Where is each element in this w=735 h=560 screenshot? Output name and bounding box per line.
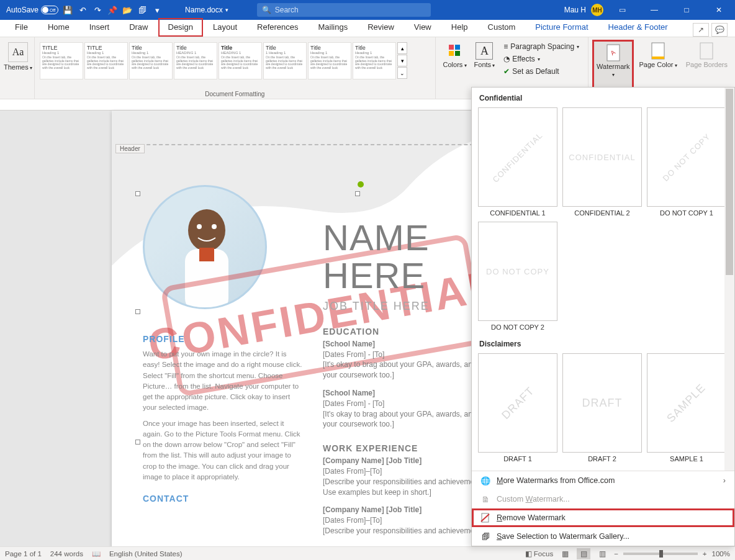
page-borders-icon: [698, 42, 715, 60]
watermark-thumbnail[interactable]: CONFIDENTIALCONFIDENTIAL 1: [478, 107, 557, 217]
open-icon[interactable]: 📂: [122, 4, 133, 16]
effects-button[interactable]: ◔Effects▾: [501, 53, 582, 65]
theme-gallery[interactable]: TITLEHeading 1On the Insert tab, the gal…: [38, 40, 431, 82]
copy-icon[interactable]: 🗐: [137, 4, 148, 16]
watermark-icon: A: [605, 44, 622, 61]
user-name: Mau H: [564, 6, 586, 14]
document-title[interactable]: Name.docx▾: [185, 6, 228, 14]
watermark-thumbnail[interactable]: CONFIDENTIALCONFIDENTIAL 2: [562, 107, 642, 217]
theme-thumb[interactable]: TITLEHeading 1On the Insert tab, the gal…: [84, 42, 128, 79]
tab-design[interactable]: Design: [158, 18, 203, 37]
theme-thumb[interactable]: Title1 Heading 1On the Insert tab, the g…: [263, 42, 307, 79]
theme-thumb[interactable]: TitleHEADING 1On the Insert tab, the gal…: [219, 42, 262, 79]
profile-paragraph[interactable]: Want to put your own image in the circle…: [143, 349, 304, 413]
svg-rect-8: [700, 43, 713, 59]
maximize-icon[interactable]: □: [673, 0, 700, 20]
theme-thumb[interactable]: TITLEHeading 1On the Insert tab, the gal…: [40, 42, 83, 79]
watermark-button[interactable]: A Watermark▾: [592, 40, 634, 89]
svg-rect-2: [449, 51, 454, 56]
autosave-toggle[interactable]: AutoSave Off: [6, 6, 58, 14]
paragraph-spacing-button[interactable]: ≡Paragraph Spacing▾: [501, 41, 582, 52]
language-indicator[interactable]: English (United States): [109, 550, 183, 558]
gallery-down-icon[interactable]: ▾: [397, 55, 407, 66]
share-icon[interactable]: ↗: [693, 23, 709, 37]
search-input[interactable]: 🔍 Search: [257, 3, 431, 17]
fonts-icon: A: [476, 42, 493, 60]
watermark-thumbnail[interactable]: DO NOT COPYDO NOT COPY 2: [478, 222, 557, 331]
watermark-thumbnail[interactable]: DRAFTDRAFT 2: [562, 353, 642, 463]
watermark-thumbnail[interactable]: DRAFTDRAFT 1: [478, 353, 557, 463]
spellcheck-icon[interactable]: 📖: [92, 549, 101, 558]
search-icon: 🔍: [262, 6, 271, 14]
rotate-handle-icon[interactable]: [358, 181, 364, 187]
themes-button[interactable]: Aa Themes ▾: [4, 42, 32, 71]
tab-custom[interactable]: Custom: [478, 18, 526, 37]
tab-file[interactable]: File: [5, 18, 38, 37]
theme-thumb[interactable]: TitleHEADING 1On the Insert tab, the gal…: [174, 42, 217, 79]
scrollbar[interactable]: [724, 88, 734, 471]
zoom-in-button[interactable]: +: [703, 550, 707, 558]
profile-heading[interactable]: PROFILE: [143, 334, 304, 344]
tab-home[interactable]: Home: [38, 18, 79, 37]
zoom-out-button[interactable]: −: [614, 550, 618, 558]
watermark-thumbnail[interactable]: SAMPLESAMPLE 1: [647, 353, 726, 463]
svg-rect-11: [199, 248, 214, 261]
watermark-thumbnail[interactable]: DO NOT COPYDO NOT COPY 1: [647, 107, 726, 217]
remove-watermark-menuitem[interactable]: Remove Watermark: [472, 508, 734, 527]
ribbon-display-icon[interactable]: ▭: [608, 0, 636, 20]
tab-picture-format[interactable]: Picture Format: [525, 18, 598, 37]
web-layout-icon[interactable]: ▥: [595, 548, 609, 559]
tab-layout[interactable]: Layout: [203, 18, 247, 37]
more-watermarks-menuitem[interactable]: 🌐 More Watermarks from Office.com ›: [472, 471, 734, 490]
tab-insert[interactable]: Insert: [79, 18, 120, 37]
contact-heading[interactable]: CONTACT: [143, 494, 304, 504]
watermark-thumb-label: CONFIDENTIAL 1: [478, 209, 557, 217]
avatar[interactable]: MH: [591, 4, 603, 16]
svg-point-12: [197, 224, 202, 229]
page-borders-button[interactable]: Page Borders: [682, 40, 731, 89]
print-layout-icon[interactable]: ▤: [577, 548, 590, 559]
redo-icon[interactable]: ↷: [92, 4, 103, 16]
gallery-up-icon[interactable]: ▴: [397, 42, 407, 54]
zoom-level[interactable]: 100%: [712, 550, 730, 558]
word-count[interactable]: 244 words: [50, 550, 83, 558]
read-mode-icon[interactable]: ▦: [558, 548, 572, 559]
focus-mode-button[interactable]: ◧ Focus: [525, 549, 554, 558]
tab-references[interactable]: References: [247, 18, 308, 37]
profile-photo[interactable]: [143, 185, 267, 309]
theme-thumb[interactable]: TitleHeading 1On the Insert tab, the gal…: [308, 42, 351, 79]
title-bar: AutoSave Off 💾 ↶ ↷ 📌 📂 🗐 ▾ Name.docx▾ 🔍 …: [0, 0, 735, 20]
tab-review[interactable]: Review: [358, 18, 404, 37]
tab-draw[interactable]: Draw: [119, 18, 158, 37]
watermark-thumb-label: DO NOT COPY 1: [647, 209, 726, 217]
profile-paragraph[interactable]: Once your image has been inserted, selec…: [143, 418, 304, 483]
colors-button[interactable]: Colors ▾: [440, 40, 471, 89]
svg-rect-1: [455, 45, 460, 50]
zoom-slider[interactable]: [623, 553, 698, 555]
theme-thumb[interactable]: TitleHeading 1On the Insert tab, the gal…: [129, 42, 173, 79]
search-placeholder: Search: [275, 6, 299, 14]
undo-icon[interactable]: ↶: [77, 4, 88, 16]
theme-thumb[interactable]: TitleHeading 1On the Insert tab, the gal…: [353, 42, 396, 79]
save-selection-menuitem[interactable]: 🗐 Save Selection to Watermark Gallery...: [472, 527, 734, 546]
save-icon[interactable]: 💾: [62, 4, 73, 16]
themes-icon: Aa: [8, 42, 28, 62]
tab-help[interactable]: Help: [441, 18, 478, 37]
minimize-icon[interactable]: —: [641, 0, 668, 20]
tab-mailings[interactable]: Mailings: [309, 18, 358, 37]
pin-icon[interactable]: 📌: [107, 4, 118, 16]
set-default-button[interactable]: ✔Set as Default: [501, 66, 582, 77]
page-color-button[interactable]: Page Color ▾: [635, 40, 680, 89]
fonts-button[interactable]: A Fonts ▾: [471, 40, 499, 89]
svg-point-9: [188, 209, 225, 251]
gallery-more-icon[interactable]: ⌄: [397, 67, 407, 79]
tab-view[interactable]: View: [404, 18, 441, 37]
group-label-doc-formatting: Document Formatting: [35, 91, 435, 97]
tab-header-footer[interactable]: Header & Footer: [598, 18, 678, 37]
svg-rect-3: [455, 51, 460, 56]
watermark-thumb-label: SAMPLE 1: [647, 455, 726, 463]
close-icon[interactable]: ✕: [705, 0, 733, 20]
page-indicator[interactable]: Page 1 of 1: [5, 550, 42, 558]
comments-icon[interactable]: 💬: [711, 23, 728, 37]
qat-more-icon[interactable]: ▾: [151, 4, 163, 16]
